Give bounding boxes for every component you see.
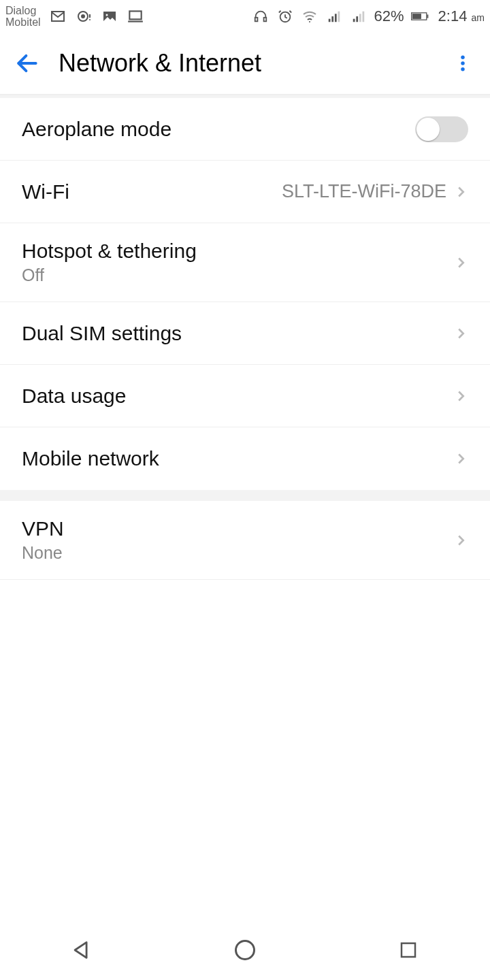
mail-icon	[49, 7, 67, 25]
chevron-right-icon	[453, 389, 468, 404]
nav-back-button[interactable]	[68, 936, 95, 964]
navigation-bar	[0, 920, 490, 980]
svg-rect-15	[334, 14, 336, 22]
svg-marker-28	[75, 943, 86, 958]
signal-2-icon	[350, 7, 368, 25]
signal-1-icon	[325, 7, 343, 25]
chevron-right-icon	[453, 255, 468, 270]
item-data-usage[interactable]: Data usage	[0, 365, 490, 427]
item-vpn[interactable]: VPN None	[0, 501, 490, 580]
image-icon	[101, 7, 118, 25]
item-subtitle: None	[22, 543, 453, 563]
item-title: Mobile network	[22, 447, 453, 470]
svg-rect-20	[362, 12, 364, 22]
carrier-label: Dialog Mobitel	[5, 5, 41, 28]
battery-percent: 62%	[374, 7, 404, 25]
disc-alert-icon	[75, 7, 93, 25]
chevron-right-icon	[453, 184, 468, 199]
headphones-icon	[252, 7, 270, 25]
item-subtitle: Off	[22, 265, 453, 285]
settings-list: Aeroplane mode Wi-Fi SLT-LTE-WiFi-78DE H…	[0, 95, 490, 580]
clock-time: 2:14 am	[438, 7, 485, 25]
svg-point-12	[309, 21, 310, 22]
item-title: Dual SIM settings	[22, 322, 453, 345]
svg-point-2	[82, 15, 84, 18]
svg-rect-14	[331, 16, 333, 22]
svg-point-25	[461, 56, 465, 60]
item-mobile-network[interactable]: Mobile network	[0, 427, 490, 490]
item-title: VPN	[22, 517, 453, 540]
item-title: Wi-Fi	[22, 180, 282, 203]
item-title: Hotspot & tethering	[22, 240, 453, 263]
svg-rect-16	[338, 12, 340, 22]
wifi-icon	[301, 7, 318, 25]
svg-rect-17	[353, 19, 355, 22]
svg-rect-7	[129, 11, 141, 19]
svg-point-27	[461, 67, 465, 71]
svg-rect-9	[255, 18, 257, 22]
svg-point-26	[461, 61, 465, 65]
svg-point-4	[89, 19, 91, 20]
svg-rect-10	[263, 18, 266, 22]
svg-rect-18	[356, 16, 358, 22]
item-aeroplane-mode[interactable]: Aeroplane mode	[0, 98, 490, 161]
chevron-right-icon	[453, 533, 468, 548]
item-title: Data usage	[22, 385, 453, 408]
overflow-menu-button[interactable]	[448, 48, 478, 78]
chevron-right-icon	[453, 451, 468, 466]
item-title: Aeroplane mode	[22, 118, 415, 141]
section-divider	[0, 490, 490, 501]
nav-recent-button[interactable]	[395, 936, 422, 964]
alarm-icon	[276, 7, 294, 25]
page-title: Network & Internet	[59, 49, 448, 78]
laptop-icon	[127, 7, 144, 25]
item-hotspot-tethering[interactable]: Hotspot & tethering Off	[0, 223, 490, 302]
app-bar: Network & Internet	[0, 33, 490, 95]
status-bar: Dialog Mobitel 62%	[0, 0, 490, 33]
back-button[interactable]	[12, 48, 42, 78]
wifi-value: SLT-LTE-WiFi-78DE	[282, 181, 446, 202]
svg-rect-30	[402, 943, 415, 957]
svg-point-29	[236, 941, 255, 960]
svg-rect-13	[328, 19, 330, 22]
svg-rect-19	[359, 14, 361, 22]
nav-home-button[interactable]	[231, 936, 259, 964]
item-dual-sim[interactable]: Dual SIM settings	[0, 302, 490, 365]
aeroplane-toggle[interactable]	[415, 116, 468, 142]
svg-rect-23	[427, 14, 428, 18]
svg-point-6	[105, 14, 108, 16]
chevron-right-icon	[453, 326, 468, 341]
battery-icon	[411, 7, 429, 25]
item-wifi[interactable]: Wi-Fi SLT-LTE-WiFi-78DE	[0, 161, 490, 223]
svg-rect-22	[412, 14, 421, 19]
